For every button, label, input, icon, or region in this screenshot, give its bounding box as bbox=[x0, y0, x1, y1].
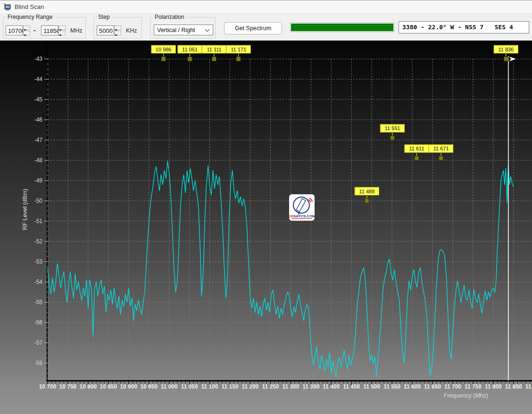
svg-text:11 400: 11 400 bbox=[323, 383, 340, 390]
carrier-label: 11 488 bbox=[359, 189, 374, 194]
freq-start-input[interactable] bbox=[6, 25, 23, 35]
step-group: Step KHz bbox=[93, 17, 142, 39]
svg-text:11 550: 11 550 bbox=[383, 383, 400, 390]
carrier-label: 11 836 bbox=[498, 47, 514, 52]
svg-text:-57: -57 bbox=[34, 339, 43, 346]
svg-text:11 100: 11 100 bbox=[201, 383, 218, 390]
carrier-marker[interactable]: 11 051 bbox=[178, 45, 203, 61]
svg-text:-52: -52 bbox=[34, 238, 43, 245]
svg-text:11 850: 11 850 bbox=[505, 383, 522, 390]
carrier-marker[interactable]: 11 611 bbox=[405, 145, 430, 161]
svg-text:-47: -47 bbox=[34, 137, 43, 143]
svg-text:-56: -56 bbox=[34, 319, 43, 326]
step-caption: Step bbox=[97, 14, 111, 20]
chevron-down-icon bbox=[205, 27, 210, 32]
carrier-marker-square bbox=[415, 156, 419, 160]
scan-progress-bar bbox=[290, 23, 394, 32]
spectrum-plot[interactable]: 10 70010 75010 80010 85010 90010 95011 0… bbox=[0, 41, 532, 414]
freq-unit-label: MHz bbox=[70, 27, 83, 34]
frequency-range-group: Frequency Range - MHz bbox=[3, 17, 86, 39]
get-spectrum-button[interactable]: Get Spectrum bbox=[224, 22, 282, 34]
polarization-caption: Polarization bbox=[153, 14, 186, 20]
y-axis-title: RF Level (dBm) bbox=[22, 189, 28, 230]
x-axis-title: Frequency (Mhz) bbox=[444, 392, 488, 399]
svg-text:10 800: 10 800 bbox=[80, 383, 97, 390]
svg-text:11 350: 11 350 bbox=[302, 383, 319, 390]
spectrum-chart[interactable]: 10 70010 75010 80010 85010 90010 95011 0… bbox=[0, 41, 532, 414]
svg-text:-43: -43 bbox=[34, 56, 43, 62]
svg-text:11 750: 11 750 bbox=[465, 383, 482, 390]
carrier-marker[interactable]: 11 488 bbox=[355, 187, 380, 203]
svg-text:11 500: 11 500 bbox=[363, 383, 380, 390]
carrier-marker[interactable]: 11 551 bbox=[380, 124, 405, 141]
window-title: Blind Scan bbox=[15, 3, 44, 10]
carrier-marker[interactable]: 11 836 bbox=[494, 45, 519, 381]
carrier-marker[interactable]: 11 111 bbox=[202, 45, 227, 61]
svg-text:-55: -55 bbox=[34, 299, 43, 306]
carrier-marker-square bbox=[391, 136, 395, 140]
step-stepper bbox=[114, 25, 121, 35]
carrier-label: 11 111 bbox=[207, 47, 221, 52]
polarization-group: Polarization Vertical / Right bbox=[150, 17, 216, 39]
svg-text:-53: -53 bbox=[34, 258, 43, 265]
freq-start-stepper bbox=[23, 25, 30, 35]
svg-text:-49: -49 bbox=[34, 177, 43, 184]
carrier-label: 11 611 bbox=[409, 146, 424, 151]
range-separator: - bbox=[33, 26, 36, 34]
step-input[interactable] bbox=[97, 25, 114, 35]
freq-start-down-icon[interactable] bbox=[23, 31, 30, 35]
svg-text:11 000: 11 000 bbox=[161, 383, 178, 390]
svg-text:11 150: 11 150 bbox=[222, 383, 239, 390]
carrier-marker[interactable]: 11 171 bbox=[226, 45, 251, 61]
svg-text:-58: -58 bbox=[34, 360, 43, 366]
axes: 10 70010 75010 80010 85010 90010 95011 0… bbox=[22, 44, 532, 399]
svg-text:-50: -50 bbox=[34, 198, 43, 204]
titlebar: Blind Scan bbox=[0, 0, 532, 13]
carrier-marker-square bbox=[365, 199, 369, 203]
svg-text:11 300: 11 300 bbox=[282, 383, 299, 390]
carrier-marker-square bbox=[439, 156, 443, 160]
carrier-marker-square bbox=[236, 57, 241, 61]
step-unit-label: KHz bbox=[126, 27, 137, 34]
svg-text:DXSATCS.COM: DXSATCS.COM bbox=[289, 214, 315, 218]
carrier-marker-square bbox=[188, 57, 192, 61]
polarization-select[interactable]: Vertical / Right bbox=[154, 25, 213, 35]
carrier-label: 11 671 bbox=[433, 146, 449, 151]
blind-scan-window: Blind Scan Frequency Range - MHz Step bbox=[0, 0, 532, 414]
svg-text:10 750: 10 750 bbox=[59, 383, 77, 390]
svg-text:10 700: 10 700 bbox=[39, 383, 57, 390]
carrier-marker-square bbox=[504, 57, 508, 61]
freq-end-down-icon[interactable] bbox=[58, 31, 66, 35]
toolbar: Frequency Range - MHz Step KHz bbox=[0, 13, 532, 41]
svg-text:-45: -45 bbox=[34, 96, 43, 103]
svg-text:-51: -51 bbox=[34, 218, 43, 224]
carrier-label: 11 171 bbox=[231, 47, 246, 52]
carrier-marker-square bbox=[161, 57, 166, 61]
carrier-marker[interactable]: 10 986 bbox=[151, 45, 176, 61]
svg-text:11 800: 11 800 bbox=[485, 383, 502, 390]
frequency-range-caption: Frequency Range bbox=[6, 14, 54, 20]
scan-progress-fill bbox=[291, 24, 393, 31]
svg-text:11 900: 11 900 bbox=[525, 383, 532, 390]
svg-text:10 850: 10 850 bbox=[100, 383, 117, 390]
app-icon bbox=[3, 3, 11, 11]
carrier-label: 11 551 bbox=[385, 125, 400, 131]
svg-text:-48: -48 bbox=[34, 157, 43, 164]
freq-end-stepper bbox=[58, 25, 66, 35]
step-down-icon[interactable] bbox=[114, 31, 121, 35]
svg-text:-54: -54 bbox=[34, 279, 43, 285]
svg-text:11 650: 11 650 bbox=[424, 383, 441, 390]
freq-end-input[interactable] bbox=[41, 25, 58, 35]
svg-text:11 200: 11 200 bbox=[241, 383, 258, 390]
carrier-label: 10 986 bbox=[156, 47, 172, 52]
carrier-label: 11 051 bbox=[182, 47, 198, 52]
svg-text:11 250: 11 250 bbox=[262, 383, 279, 390]
svg-text:10 900: 10 900 bbox=[120, 383, 137, 390]
carrier-marker-square bbox=[212, 57, 216, 61]
svg-text:11 450: 11 450 bbox=[343, 383, 360, 390]
polarization-selected-value: Vertical / Right bbox=[157, 27, 195, 33]
satellite-status-field[interactable]: 3380 - 22.0° W - NSS 7 SES 4 bbox=[399, 21, 529, 33]
svg-text:-44: -44 bbox=[34, 76, 43, 83]
dxsatcs-logo: DXSATCS.COM bbox=[289, 194, 315, 221]
svg-text:11 050: 11 050 bbox=[181, 383, 198, 390]
